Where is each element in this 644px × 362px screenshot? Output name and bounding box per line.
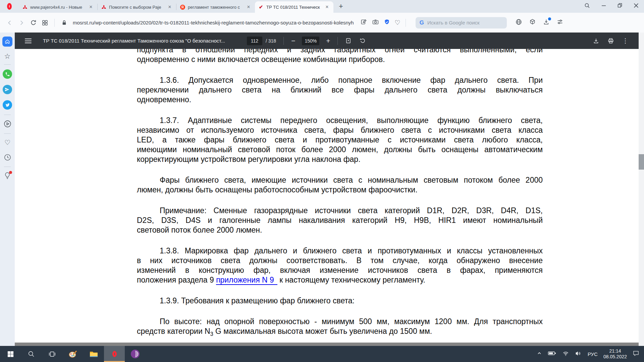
taskbar-item-opera-active[interactable] [104, 346, 125, 362]
start-button[interactable] [0, 346, 21, 362]
extensions-cube-icon[interactable] [529, 18, 536, 27]
heart-icon[interactable]: ♡ [395, 19, 400, 26]
doc-text-run: Фары ближнего света, имеющие источники с… [160, 176, 543, 184]
page-number-input[interactable]: 112 [247, 37, 262, 45]
doc-text-run: положения раздела 9 [137, 276, 216, 284]
maximize-button[interactable] [618, 3, 622, 9]
taskbar-search-button[interactable] [21, 346, 42, 362]
opera-menu-button[interactable] [0, 0, 19, 13]
appendix-9-link[interactable]: приложения N 9 [216, 276, 277, 285]
sidebar-item-telegram[interactable] [3, 85, 12, 94]
search-icon [28, 350, 35, 358]
doc-line: средств категории N3 G максимальная высо… [137, 326, 543, 336]
easy-setup-sliders-icon[interactable] [556, 18, 564, 27]
fit-page-icon[interactable] [345, 38, 352, 44]
search-tabs-icon[interactable] [584, 3, 590, 10]
doc-text-run: изменений в конструкцию фар, включая изм… [137, 266, 543, 275]
sidebar-item-speed-dial[interactable] [2, 37, 12, 47]
sidebar-item-bookmarks[interactable]: ☆ [4, 52, 11, 60]
pdf-page: подпункта в отношении передних и задних … [15, 49, 639, 346]
google-g-icon: G [420, 19, 424, 26]
rotate-icon[interactable] [360, 38, 366, 44]
sidebar-item-whatsapp[interactable] [3, 69, 12, 79]
tab-tr-ts-018-active[interactable]: ✔ ТР ТС 018/2011 Техническ × [255, 1, 333, 13]
file-explorer-icon [89, 350, 98, 359]
action-center-icon[interactable] [633, 350, 639, 358]
opera-logo-icon [7, 3, 12, 10]
sidebar-item-collections[interactable]: ♡ [4, 138, 10, 146]
downloads-icon[interactable] [543, 18, 550, 27]
globe-icon[interactable] [515, 18, 522, 27]
forward-icon[interactable] [17, 18, 26, 27]
document-text: подпункта в отношении передних и задних … [15, 49, 639, 336]
doc-paragraph: Фары ближнего света, имеющие источники с… [137, 175, 543, 195]
language-indicator[interactable]: РУС [588, 351, 598, 357]
task-view-icon [48, 350, 56, 358]
close-icon[interactable]: × [88, 4, 94, 10]
close-icon[interactable]: × [167, 4, 173, 10]
taskbar-item-file-explorer[interactable] [83, 346, 104, 362]
close-window-button[interactable] [634, 3, 639, 9]
doc-text-run: 1.3.7. Адаптивные системы переднего осве… [160, 116, 543, 125]
browser-window: www.pajero4x4.ru - Новые × Помогите с вы… [0, 0, 644, 362]
checkmark-favicon-icon: ✔ [258, 4, 264, 10]
doc-line: 1.3.7. Адаптивные системы переднего осве… [137, 116, 543, 125]
home-icon [4, 39, 10, 45]
doc-line: световой поток более 2000 люмен. [137, 225, 543, 235]
doc-text-run: средств категории N [137, 327, 210, 336]
print-icon[interactable] [607, 38, 614, 44]
volume-icon[interactable] [575, 350, 582, 358]
page-gap [15, 343, 639, 346]
sidebar-item-player[interactable] [3, 120, 12, 128]
task-view-button[interactable] [42, 346, 62, 362]
tab-yandex-search[interactable]: Я регламент таможенного с × [176, 1, 255, 13]
paint-icon [68, 350, 77, 358]
sidebar-item-twitter[interactable] [3, 100, 12, 110]
tab-pajero-site[interactable]: www.pajero4x4.ru - Новые × [19, 1, 97, 13]
doc-line: одновременно с ними включается освещение… [137, 55, 543, 64]
sidebar-divider [4, 115, 11, 115]
doc-text-run: переключении дальнего света на ближний в… [137, 85, 543, 94]
tray-expand-chevron-icon[interactable] [537, 351, 542, 357]
speed-dial-grid-icon[interactable] [41, 18, 49, 27]
doc-line: D2S, D3S, D4S и галогенные лампы накалив… [137, 216, 543, 225]
snapshot-camera-icon[interactable] [372, 18, 379, 27]
zoom-in-button[interactable]: + [326, 37, 330, 44]
zoom-level-display[interactable]: 150% [302, 37, 319, 45]
star-icon: ☆ [4, 52, 11, 60]
new-tab-button[interactable]: + [333, 2, 348, 13]
url-display[interactable]: mosrst.ru/wp-content/uploads/2020/02/tr-… [73, 20, 354, 25]
reload-icon[interactable] [29, 18, 38, 27]
close-icon[interactable]: × [246, 4, 252, 10]
taskbar-clock[interactable]: 21:14 08.05.2022 [603, 348, 627, 360]
scrollbar-thumb[interactable] [639, 154, 644, 170]
tab-pajero-forum[interactable]: Помогите с выбором Paje × [98, 1, 176, 13]
google-search-box[interactable]: G [416, 17, 507, 28]
more-options-icon[interactable]: ⋮ [622, 37, 629, 45]
back-icon[interactable] [5, 18, 14, 27]
wifi-icon[interactable] [562, 350, 569, 358]
zoom-out-button[interactable]: − [291, 37, 295, 44]
pdf-document-title: ТР ТС 018/2011 Технический регламент Там… [43, 38, 247, 44]
menu-hamburger-icon[interactable] [25, 39, 32, 43]
scrollbar[interactable] [639, 33, 644, 346]
edit-bookmark-icon[interactable] [360, 18, 367, 27]
taskbar-item-tor-browser[interactable] [125, 346, 146, 362]
sidebar-item-history[interactable] [4, 154, 11, 161]
pdf-toolbar: ТР ТС 018/2011 Технический регламент Там… [15, 33, 639, 49]
doc-line: люмен, должны быть оснащены работоспособ… [137, 185, 543, 195]
doc-text-run: в них источников света должны соответств… [137, 256, 543, 265]
battery-icon[interactable] [548, 351, 556, 357]
clock-icon [4, 154, 11, 161]
sidebar-item-tips[interactable] [4, 172, 11, 180]
taskbar-item-paint[interactable] [62, 346, 83, 362]
minimize-button[interactable] [601, 3, 606, 9]
address-actions: ♡ [360, 18, 400, 27]
play-circle-icon [3, 120, 12, 128]
security-shield-icon[interactable] [384, 19, 390, 26]
download-icon[interactable] [593, 38, 599, 44]
doc-line: одновременно. [137, 95, 543, 105]
close-icon[interactable]: × [324, 4, 330, 10]
google-search-input[interactable] [427, 20, 494, 25]
lock-icon[interactable] [60, 18, 68, 27]
